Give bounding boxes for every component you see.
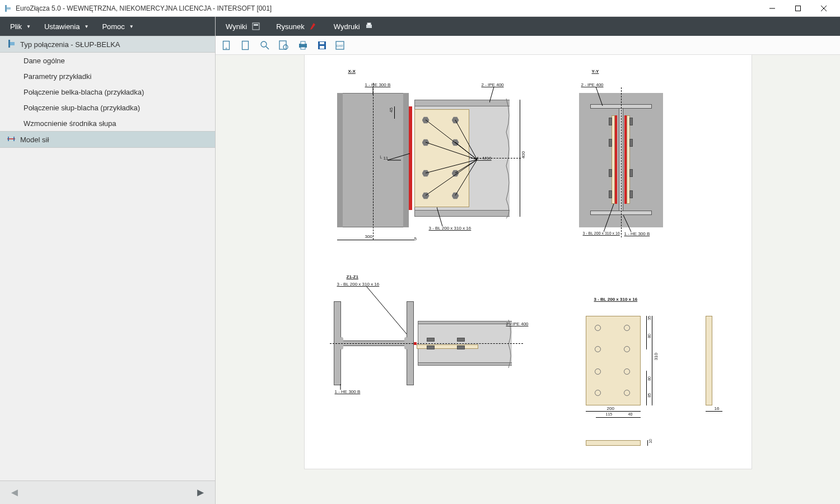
tab-printouts[interactable]: Wydruki (328, 20, 379, 33)
svg-rect-9 (253, 23, 259, 30)
svg-rect-3 (796, 6, 801, 11)
svg-rect-22 (301, 41, 305, 44)
tree-section-connection-type[interactable]: Typ połączenia - SŁUP-BELKA (0, 36, 215, 53)
export-dxf-button[interactable]: DXF (335, 40, 347, 51)
tree-section-force-model[interactable]: Model sił (0, 131, 215, 148)
tree-item-beam-plate-conn[interactable]: Połączenie belka-blacha (przykładka) (0, 84, 215, 100)
left-panel: Plik▼ Ustawienia▼ Pomoc▼ Typ połączenia … (0, 17, 216, 504)
menu-settings[interactable]: Ustawienia▼ (39, 20, 95, 33)
svg-line-45 (366, 286, 409, 337)
canvas-scroll-area[interactable]: X-X (216, 55, 840, 504)
app-icon (3, 4, 12, 13)
svg-point-20 (283, 45, 288, 49)
svg-rect-1 (7, 7, 11, 10)
tree-item-fin-plate-params[interactable]: Parametry przykładki (0, 68, 215, 84)
right-tabbar: Wyniki Rysunek Wydruki (216, 17, 840, 36)
svg-rect-16 (242, 41, 249, 49)
connection-type-icon (7, 39, 16, 50)
callout-ipe400-z1: 2 - IPE 400 (506, 321, 529, 326)
svg-rect-0 (5, 5, 7, 12)
callout-plate-yy: 3 - BL 200 x 310 x 16 (583, 231, 620, 235)
chevron-down-icon: ▼ (26, 24, 31, 29)
right-panel: Wyniki Rysunek Wydruki + DXF (216, 17, 840, 504)
zoom-fit-button[interactable] (278, 40, 290, 51)
svg-point-17 (261, 41, 267, 47)
calculator-icon (251, 22, 260, 31)
svg-rect-6 (8, 40, 10, 48)
nav-forward-button[interactable]: ► (195, 486, 206, 499)
tree-item-column-plate-conn[interactable]: Połączenie słup-blacha (przykładka) (0, 100, 215, 115)
print-button[interactable] (297, 40, 309, 51)
svg-line-37 (426, 160, 477, 173)
tab-drawing[interactable]: Rysunek (270, 20, 324, 33)
zoom-button[interactable] (259, 40, 270, 51)
chevron-down-icon: ▼ (129, 24, 134, 29)
section-label-xx: X-X (348, 69, 356, 74)
menu-help[interactable]: Pomoc▼ (96, 20, 139, 33)
callout-he300b-z1: 1 - HE 300 B (335, 389, 361, 394)
window-title: EuroZłącza 5.0 - WEWNĘTRZNA, NIEKOMERCYJ… (16, 4, 759, 12)
window-close-button[interactable] (811, 0, 837, 17)
svg-line-40 (455, 160, 477, 195)
svg-line-18 (266, 46, 269, 49)
left-menubar: Plik▼ Ustawienia▼ Pomoc▼ (0, 17, 215, 36)
svg-rect-25 (320, 46, 324, 49)
tree-item-web-stiffener[interactable]: Wzmocnienie środnika słupa (0, 115, 215, 131)
svg-marker-11 (310, 23, 315, 30)
svg-line-44 (604, 204, 614, 232)
menu-file[interactable]: Plik▼ (4, 20, 36, 33)
plate-detail-title: 3 - BL 200 x 310 x 16 (594, 297, 638, 302)
svg-line-39 (426, 160, 477, 195)
svg-line-35 (426, 142, 477, 160)
callout-he300b-xx: 1 - HE 300 B (365, 82, 391, 87)
svg-rect-10 (254, 24, 258, 26)
force-model-icon (7, 135, 16, 144)
svg-rect-7 (10, 42, 15, 45)
tab-results[interactable]: Wyniki (220, 20, 266, 33)
printer-icon (365, 22, 374, 31)
tree-item-general-data[interactable]: Dane ogólne (0, 53, 215, 68)
nav-arrows-bar: ◄ ► (0, 480, 215, 504)
window-minimize-button[interactable] (759, 0, 785, 17)
svg-rect-13 (367, 23, 371, 25)
window-titlebar: EuroZłącza 5.0 - WEWNĘTRZNA, NIEKOMERCYJ… (0, 0, 840, 17)
svg-rect-23 (301, 47, 305, 49)
section-label-z1: Z1-Z1 (347, 274, 358, 279)
svg-line-41 (437, 207, 442, 226)
svg-rect-26 (320, 42, 324, 44)
svg-line-31 (388, 153, 410, 160)
svg-line-43 (623, 215, 631, 232)
svg-line-36 (455, 142, 477, 160)
chevron-down-icon: ▼ (84, 24, 88, 29)
pencil-icon (309, 22, 318, 31)
new-page-button[interactable]: + (221, 40, 232, 51)
section-label-yy: Y-Y (592, 69, 599, 74)
svg-text:DXF: DXF (337, 44, 343, 48)
svg-line-42 (596, 87, 603, 106)
drawing-toolbar: + DXF (216, 36, 840, 55)
page-button[interactable] (240, 40, 251, 51)
svg-text:+: + (225, 46, 228, 50)
svg-line-30 (489, 87, 494, 102)
callout-bolts-m16: 4 - M16 (477, 156, 492, 161)
window-maximize-button[interactable] (785, 0, 811, 17)
drawing-canvas: X-X (304, 55, 752, 469)
nav-back-button[interactable]: ◄ (9, 486, 20, 499)
callout-he300b-yy: 1 - HE 300 B (624, 231, 650, 236)
save-button[interactable] (316, 40, 328, 51)
callout-plate-xx: 3 - BL 200 x 310 x 16 (429, 226, 472, 231)
